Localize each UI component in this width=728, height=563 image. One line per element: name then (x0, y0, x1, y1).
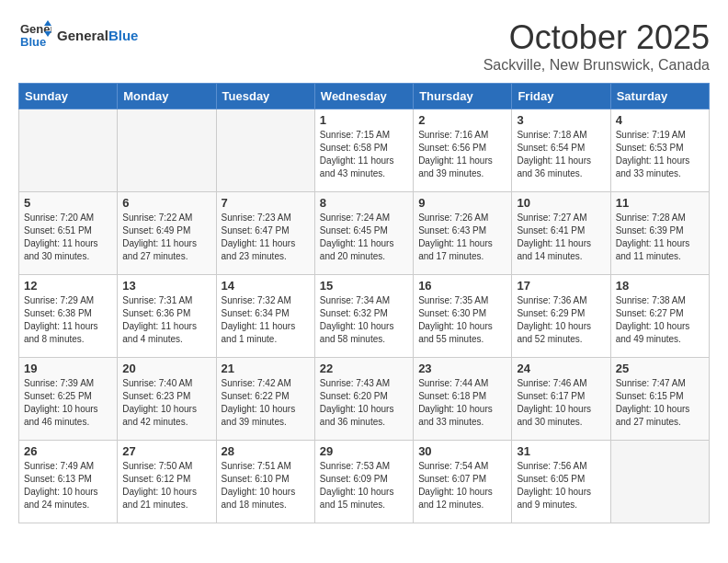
day-info: Sunrise: 7:47 AM Sunset: 6:15 PM Dayligh… (616, 377, 704, 429)
day-header-friday: Friday (512, 84, 610, 109)
day-header-saturday: Saturday (610, 84, 709, 109)
calendar-cell: 17Sunrise: 7:36 AM Sunset: 6:29 PM Dayli… (512, 275, 610, 358)
day-number: 17 (517, 279, 605, 293)
day-info: Sunrise: 7:42 AM Sunset: 6:22 PM Dayligh… (222, 377, 310, 429)
calendar-cell: 25Sunrise: 7:47 AM Sunset: 6:15 PM Dayli… (610, 358, 709, 441)
calendar-cell: 7Sunrise: 7:23 AM Sunset: 6:47 PM Daylig… (216, 192, 314, 275)
day-number: 31 (517, 444, 605, 458)
calendar-cell: 31Sunrise: 7:56 AM Sunset: 6:05 PM Dayli… (512, 441, 610, 523)
day-info: Sunrise: 7:34 AM Sunset: 6:32 PM Dayligh… (320, 294, 408, 346)
day-info: Sunrise: 7:38 AM Sunset: 6:27 PM Dayligh… (616, 294, 704, 346)
day-info: Sunrise: 7:20 AM Sunset: 6:51 PM Dayligh… (24, 212, 112, 263)
day-info: Sunrise: 7:46 AM Sunset: 6:17 PM Dayligh… (517, 377, 605, 429)
calendar-header-row: SundayMondayTuesdayWednesdayThursdayFrid… (19, 84, 710, 109)
day-number: 25 (616, 362, 704, 375)
day-number: 21 (222, 362, 310, 375)
calendar-week-row: 26Sunrise: 7:49 AM Sunset: 6:13 PM Dayli… (19, 441, 710, 523)
page-header: General Blue General Blue October 2025 S… (18, 18, 710, 74)
day-info: Sunrise: 7:19 AM Sunset: 6:53 PM Dayligh… (616, 129, 704, 180)
day-number: 15 (320, 279, 408, 293)
day-info: Sunrise: 7:50 AM Sunset: 6:12 PM Dayligh… (122, 460, 210, 511)
calendar-cell: 15Sunrise: 7:34 AM Sunset: 6:32 PM Dayli… (314, 275, 413, 358)
logo-general-text: General (57, 28, 108, 43)
day-number: 7 (222, 196, 310, 210)
month-title: October 2025 (483, 18, 710, 57)
day-number: 16 (418, 279, 506, 293)
calendar-cell (216, 109, 314, 192)
calendar-cell: 13Sunrise: 7:31 AM Sunset: 6:36 PM Dayli… (118, 275, 216, 358)
day-number: 18 (616, 279, 704, 293)
day-number: 11 (616, 196, 704, 210)
day-info: Sunrise: 7:32 AM Sunset: 6:34 PM Dayligh… (222, 294, 310, 346)
calendar-cell: 20Sunrise: 7:40 AM Sunset: 6:23 PM Dayli… (118, 358, 216, 441)
calendar-week-row: 5Sunrise: 7:20 AM Sunset: 6:51 PM Daylig… (19, 192, 710, 275)
day-number: 29 (320, 444, 408, 458)
day-number: 19 (24, 362, 112, 375)
day-number: 3 (517, 113, 605, 127)
day-number: 23 (418, 362, 506, 375)
day-header-tuesday: Tuesday (216, 84, 314, 109)
calendar-cell: 30Sunrise: 7:54 AM Sunset: 6:07 PM Dayli… (414, 441, 512, 523)
day-number: 5 (24, 196, 112, 210)
day-number: 8 (320, 196, 408, 210)
day-info: Sunrise: 7:40 AM Sunset: 6:23 PM Dayligh… (122, 377, 210, 429)
calendar-cell: 18Sunrise: 7:38 AM Sunset: 6:27 PM Dayli… (610, 275, 709, 358)
day-header-thursday: Thursday (414, 84, 512, 109)
calendar-cell: 4Sunrise: 7:19 AM Sunset: 6:53 PM Daylig… (610, 109, 709, 192)
calendar-cell: 26Sunrise: 7:49 AM Sunset: 6:13 PM Dayli… (19, 441, 118, 523)
day-info: Sunrise: 7:56 AM Sunset: 6:05 PM Dayligh… (517, 460, 605, 511)
day-number: 1 (320, 113, 408, 127)
day-info: Sunrise: 7:44 AM Sunset: 6:18 PM Dayligh… (418, 377, 506, 429)
title-block: October 2025 Sackville, New Brunswick, C… (483, 18, 710, 74)
calendar-week-row: 19Sunrise: 7:39 AM Sunset: 6:25 PM Dayli… (19, 358, 710, 441)
day-info: Sunrise: 7:15 AM Sunset: 6:58 PM Dayligh… (320, 129, 408, 180)
day-number: 10 (517, 196, 605, 210)
day-info: Sunrise: 7:54 AM Sunset: 6:07 PM Dayligh… (418, 460, 506, 511)
day-info: Sunrise: 7:26 AM Sunset: 6:43 PM Dayligh… (418, 212, 506, 263)
calendar-cell: 10Sunrise: 7:27 AM Sunset: 6:41 PM Dayli… (512, 192, 610, 275)
day-number: 20 (122, 362, 210, 375)
day-number: 2 (418, 113, 506, 127)
calendar-week-row: 12Sunrise: 7:29 AM Sunset: 6:38 PM Dayli… (19, 275, 710, 358)
calendar-week-row: 1Sunrise: 7:15 AM Sunset: 6:58 PM Daylig… (19, 109, 710, 192)
day-number: 14 (222, 279, 310, 293)
day-info: Sunrise: 7:53 AM Sunset: 6:09 PM Dayligh… (320, 460, 408, 511)
day-info: Sunrise: 7:27 AM Sunset: 6:41 PM Dayligh… (517, 212, 605, 263)
day-number: 9 (418, 196, 506, 210)
day-header-sunday: Sunday (19, 84, 118, 109)
logo: General Blue General Blue (18, 18, 138, 52)
calendar-cell (610, 441, 709, 523)
calendar-cell: 19Sunrise: 7:39 AM Sunset: 6:25 PM Dayli… (19, 358, 118, 441)
day-info: Sunrise: 7:51 AM Sunset: 6:10 PM Dayligh… (222, 460, 310, 511)
day-number: 24 (517, 362, 605, 375)
logo-icon: General Blue (18, 18, 51, 52)
day-info: Sunrise: 7:49 AM Sunset: 6:13 PM Dayligh… (24, 460, 112, 511)
calendar-cell: 27Sunrise: 7:50 AM Sunset: 6:12 PM Dayli… (118, 441, 216, 523)
day-header-monday: Monday (118, 84, 216, 109)
calendar-cell: 16Sunrise: 7:35 AM Sunset: 6:30 PM Dayli… (414, 275, 512, 358)
calendar-cell: 12Sunrise: 7:29 AM Sunset: 6:38 PM Dayli… (19, 275, 118, 358)
calendar-cell: 8Sunrise: 7:24 AM Sunset: 6:45 PM Daylig… (314, 192, 413, 275)
day-number: 28 (222, 444, 310, 458)
calendar-cell: 11Sunrise: 7:28 AM Sunset: 6:39 PM Dayli… (610, 192, 709, 275)
day-number: 13 (122, 279, 210, 293)
logo-blue-text: Blue (108, 28, 139, 43)
day-info: Sunrise: 7:16 AM Sunset: 6:56 PM Dayligh… (418, 129, 506, 180)
day-number: 27 (122, 444, 210, 458)
day-number: 30 (418, 444, 506, 458)
day-number: 6 (122, 196, 210, 210)
day-info: Sunrise: 7:29 AM Sunset: 6:38 PM Dayligh… (24, 294, 112, 346)
day-number: 26 (24, 444, 112, 458)
day-info: Sunrise: 7:22 AM Sunset: 6:49 PM Dayligh… (122, 212, 210, 263)
day-info: Sunrise: 7:39 AM Sunset: 6:25 PM Dayligh… (24, 377, 112, 429)
day-info: Sunrise: 7:24 AM Sunset: 6:45 PM Dayligh… (320, 212, 408, 263)
day-info: Sunrise: 7:23 AM Sunset: 6:47 PM Dayligh… (222, 212, 310, 263)
day-number: 12 (24, 279, 112, 293)
calendar-cell: 22Sunrise: 7:43 AM Sunset: 6:20 PM Dayli… (314, 358, 413, 441)
day-info: Sunrise: 7:35 AM Sunset: 6:30 PM Dayligh… (418, 294, 506, 346)
calendar-cell (19, 109, 118, 192)
calendar-cell: 6Sunrise: 7:22 AM Sunset: 6:49 PM Daylig… (118, 192, 216, 275)
calendar-cell: 21Sunrise: 7:42 AM Sunset: 6:22 PM Dayli… (216, 358, 314, 441)
day-info: Sunrise: 7:18 AM Sunset: 6:54 PM Dayligh… (517, 129, 605, 180)
calendar-cell: 14Sunrise: 7:32 AM Sunset: 6:34 PM Dayli… (216, 275, 314, 358)
